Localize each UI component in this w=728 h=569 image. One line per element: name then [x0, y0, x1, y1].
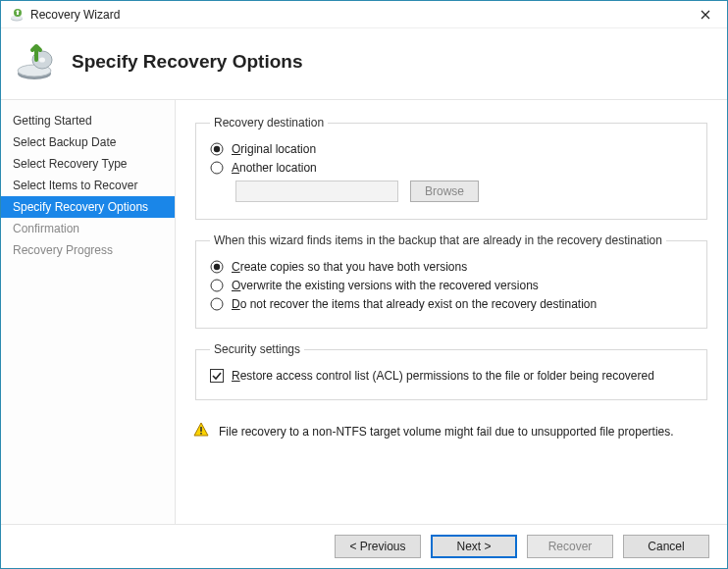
- next-button[interactable]: Next >: [431, 535, 517, 558]
- wizard-body: Getting Started Select Backup Date Selec…: [1, 99, 727, 524]
- step-select-backup-date[interactable]: Select Backup Date: [1, 131, 175, 153]
- radio-skip-label: Do not recover the items that already ex…: [232, 297, 597, 311]
- step-select-items[interactable]: Select Items to Recover: [1, 175, 175, 196]
- window-title: Recovery Wizard: [30, 8, 692, 22]
- destination-legend: Recovery destination: [210, 116, 328, 129]
- location-path-input: [235, 181, 398, 202]
- step-specify-options[interactable]: Specify Recovery Options: [1, 196, 175, 218]
- page-title: Specify Recovery Options: [72, 51, 302, 73]
- radio-overwrite[interactable]: Overwrite the existing versions with the…: [210, 279, 693, 292]
- svg-point-8: [214, 146, 220, 152]
- radio-original-label: Original location: [232, 142, 316, 156]
- another-location-controls: Browse: [235, 181, 693, 202]
- wizard-footer: < Previous Next > Recover Cancel: [1, 524, 727, 568]
- radio-icon: [210, 297, 224, 311]
- radio-icon: [210, 260, 224, 274]
- close-button[interactable]: [692, 4, 719, 26]
- recovery-icon: [15, 40, 58, 83]
- ntfs-warning: File recovery to a non-NTFS target volum…: [193, 422, 709, 440]
- step-list: Getting Started Select Backup Date Selec…: [1, 100, 176, 524]
- radio-icon: [210, 279, 224, 292]
- warning-text: File recovery to a non-NTFS target volum…: [219, 425, 674, 439]
- svg-point-9: [211, 162, 223, 174]
- cancel-button[interactable]: Cancel: [623, 535, 709, 558]
- browse-button: Browse: [410, 181, 479, 202]
- svg-rect-14: [211, 370, 224, 383]
- svg-point-6: [39, 57, 45, 62]
- step-confirmation: Confirmation: [1, 218, 175, 239]
- step-recovery-progress: Recovery Progress: [1, 239, 175, 261]
- warning-icon: [193, 422, 209, 440]
- destination-group: Recovery destination Original location A…: [195, 116, 707, 220]
- radio-copies-label: Create copies so that you have both vers…: [232, 260, 467, 274]
- svg-rect-15: [200, 427, 202, 432]
- checkbox-restore-acl[interactable]: Restore access control list (ACL) permis…: [210, 369, 693, 383]
- radio-another-label: Another location: [232, 161, 317, 175]
- svg-point-11: [214, 264, 220, 270]
- svg-point-12: [211, 280, 223, 291]
- radio-create-copies[interactable]: Create copies so that you have both vers…: [210, 260, 693, 274]
- radio-another-location[interactable]: Another location: [210, 161, 693, 175]
- security-legend: Security settings: [210, 342, 304, 356]
- titlebar: Recovery Wizard: [1, 1, 727, 28]
- content-area: Recovery destination Original location A…: [176, 100, 727, 524]
- recover-button: Recover: [527, 535, 613, 558]
- radio-icon: [210, 142, 224, 156]
- step-getting-started[interactable]: Getting Started: [1, 110, 175, 131]
- conflict-legend: When this wizard finds items in the back…: [210, 233, 666, 247]
- checkbox-icon: [210, 369, 224, 383]
- radio-original-location[interactable]: Original location: [210, 142, 693, 156]
- radio-overwrite-label: Overwrite the existing versions with the…: [232, 279, 539, 292]
- step-select-recovery-type[interactable]: Select Recovery Type: [1, 153, 175, 175]
- radio-icon: [210, 161, 224, 175]
- wizard-header: Specify Recovery Options: [1, 28, 727, 99]
- app-icon: [9, 7, 25, 23]
- conflict-group: When this wizard finds items in the back…: [195, 233, 707, 329]
- wizard-window: Recovery Wizard Specify Recovery Options…: [0, 0, 728, 569]
- security-group: Security settings Restore access control…: [195, 342, 707, 400]
- svg-point-13: [211, 298, 223, 310]
- previous-button[interactable]: < Previous: [335, 535, 421, 558]
- radio-do-not-recover[interactable]: Do not recover the items that already ex…: [210, 297, 693, 311]
- svg-rect-16: [200, 433, 202, 435]
- checkbox-acl-label: Restore access control list (ACL) permis…: [232, 369, 654, 383]
